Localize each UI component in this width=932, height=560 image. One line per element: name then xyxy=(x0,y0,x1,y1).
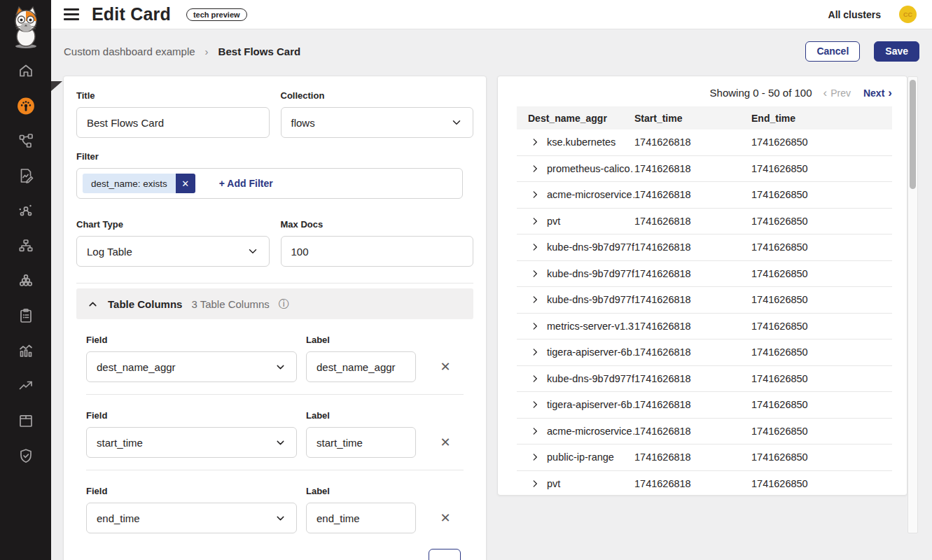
save-button[interactable]: Save xyxy=(874,41,919,62)
info-icon[interactable]: ⓘ xyxy=(279,298,289,311)
remove-column-icon[interactable]: ✕ xyxy=(437,503,454,533)
expand-row-icon[interactable] xyxy=(530,137,540,147)
table-row[interactable]: acme-microservice… 1741626818 1741626850 xyxy=(517,182,892,209)
expand-row-icon[interactable] xyxy=(530,426,540,436)
home-icon[interactable] xyxy=(17,62,35,80)
page-title: Edit Card xyxy=(92,4,171,24)
calico-cat-logo[interactable] xyxy=(0,0,51,49)
table-row[interactable]: pvt 1741626818 1741626850 xyxy=(517,209,892,235)
breadcrumb-bar: Custom dashboard example › Best Flows Ca… xyxy=(64,39,919,63)
field-select[interactable]: end_time xyxy=(86,503,297,533)
start-time-cell: 1741626818 xyxy=(634,136,751,148)
end-time-cell: 1741626850 xyxy=(751,373,892,384)
field-select[interactable]: dest_name_aggr xyxy=(86,351,297,382)
chevron-down-icon xyxy=(274,361,286,373)
table-row[interactable]: kube-dns-9b7d977f… 1741626818 1741626850 xyxy=(517,287,892,314)
dest-name-cell: pvt xyxy=(547,478,560,489)
table-row[interactable]: public-ip-range 1741626818 1741626850 xyxy=(517,444,892,471)
tree-hierarchy-icon[interactable] xyxy=(17,237,35,255)
remove-column-icon[interactable]: ✕ xyxy=(437,351,454,382)
expand-row-icon[interactable] xyxy=(530,295,540,304)
filter-chip: dest_name: exists ✕ xyxy=(83,174,195,193)
cluster-circles-icon[interactable] xyxy=(17,272,35,290)
start-time-cell: 1741626818 xyxy=(634,426,751,437)
table-row[interactable]: kube-dns-9b7d977f… 1741626818 1741626850 xyxy=(517,366,892,393)
max-docs-input[interactable] xyxy=(281,236,474,267)
start-time-cell: 1741626818 xyxy=(634,346,751,358)
breadcrumb-parent[interactable]: Custom dashboard example xyxy=(64,46,195,57)
table-row[interactable]: pvt 1741626818 1741626850 xyxy=(517,471,892,496)
end-time-cell: 1741626850 xyxy=(751,399,892,410)
cancel-button[interactable]: Cancel xyxy=(805,41,860,62)
card-editor-panel: Title Collection flows Filter dest_name:… xyxy=(63,76,487,560)
label-input[interactable] xyxy=(306,427,416,458)
chevron-down-icon xyxy=(246,245,259,258)
table-row[interactable]: tigera-apiserver-6b… 1741626818 17416268… xyxy=(517,392,892,419)
start-time-cell: 1741626818 xyxy=(634,216,751,227)
table-columns-section-header[interactable]: Table Columns 3 Table Columns ⓘ xyxy=(76,288,473,319)
service-graph-icon[interactable] xyxy=(17,132,35,150)
expand-row-icon[interactable] xyxy=(530,452,540,462)
scrollbar-track[interactable] xyxy=(907,76,918,533)
table-row[interactable]: kse.kubernetes 1741626818 1741626850 xyxy=(517,130,892,156)
start-time-cell: 1741626818 xyxy=(634,189,751,200)
end-time-cell: 1741626850 xyxy=(751,321,892,332)
scrollbar-thumb[interactable] xyxy=(910,80,916,189)
prev-page-button[interactable]: ‹Prev xyxy=(823,87,851,99)
expand-row-icon[interactable] xyxy=(530,347,540,357)
remove-column-icon[interactable]: ✕ xyxy=(437,427,454,458)
expand-row-icon[interactable] xyxy=(530,242,540,252)
divider xyxy=(76,283,473,284)
expand-row-icon[interactable] xyxy=(530,216,540,226)
label-label: Label xyxy=(306,410,416,421)
table-row[interactable]: kube-dns-9b7d977f… 1741626818 1741626850 xyxy=(517,261,892,288)
chevron-down-icon xyxy=(450,116,463,129)
table-row[interactable]: acme-microservice… 1741626818 1741626850 xyxy=(517,419,892,445)
table-body: kse.kubernetes 1741626818 1741626850 pro… xyxy=(517,130,892,496)
chart-stats-icon[interactable] xyxy=(17,342,35,360)
field-select[interactable]: start_time xyxy=(86,427,297,458)
dest-name-cell: kube-dns-9b7d977f… xyxy=(547,373,634,384)
expand-row-icon[interactable] xyxy=(530,400,540,410)
report-edit-icon[interactable] xyxy=(17,167,35,185)
table-row[interactable]: prometheus-calico… 1741626818 1741626850 xyxy=(517,156,892,183)
expand-row-icon[interactable] xyxy=(530,269,540,279)
add-filter-link[interactable]: + Add Filter xyxy=(219,178,273,189)
end-time-cell: 1741626850 xyxy=(751,163,892,174)
avatar[interactable]: CC xyxy=(899,6,917,23)
hamburger-menu-icon[interactable] xyxy=(64,8,79,20)
start-time-cell: 1741626818 xyxy=(634,163,751,174)
expand-row-icon[interactable] xyxy=(530,374,540,384)
collection-select[interactable]: flows xyxy=(281,107,474,138)
package-box-icon[interactable] xyxy=(17,412,35,430)
table-row[interactable]: kube-dns-9b7d977f… 1741626818 1741626850 xyxy=(517,234,892,261)
expand-row-icon[interactable] xyxy=(530,479,540,489)
collection-label: Collection xyxy=(281,90,474,101)
expand-row-icon[interactable] xyxy=(530,321,540,331)
expand-row-icon[interactable] xyxy=(530,164,540,174)
chart-type-select[interactable]: Log Table xyxy=(76,236,270,267)
table-row[interactable]: metrics-server-v1.3… 1741626818 17416268… xyxy=(517,314,892,340)
clipboard-list-icon[interactable] xyxy=(17,307,35,325)
label-input[interactable] xyxy=(306,503,416,533)
dashboard-icon[interactable] xyxy=(17,97,35,115)
trending-arrow-icon[interactable] xyxy=(17,377,35,395)
cluster-selector[interactable]: All clusters xyxy=(828,9,881,20)
network-nodes-icon[interactable] xyxy=(17,202,35,220)
add-column-button[interactable]: + xyxy=(429,549,461,560)
shield-check-icon[interactable] xyxy=(17,447,35,465)
filter-chip-remove-icon[interactable]: ✕ xyxy=(176,174,195,193)
title-input[interactable] xyxy=(76,107,270,138)
results-table: Dest_name_aggr Start_time End_time kse.k… xyxy=(517,106,892,496)
dest-name-cell: metrics-server-v1.3… xyxy=(547,321,634,332)
expand-row-icon[interactable] xyxy=(530,190,540,200)
column-header[interactable]: Dest_name_aggr xyxy=(528,113,634,124)
column-header[interactable]: Start_time xyxy=(634,113,751,124)
end-time-cell: 1741626850 xyxy=(751,268,892,279)
start-time-cell: 1741626818 xyxy=(634,399,751,410)
start-time-cell: 1741626818 xyxy=(634,478,751,489)
label-input[interactable] xyxy=(306,351,416,382)
table-row[interactable]: tigera-apiserver-6b… 1741626818 17416268… xyxy=(517,340,892,366)
column-header[interactable]: End_time xyxy=(751,113,892,124)
next-page-button[interactable]: Next› xyxy=(863,87,892,99)
